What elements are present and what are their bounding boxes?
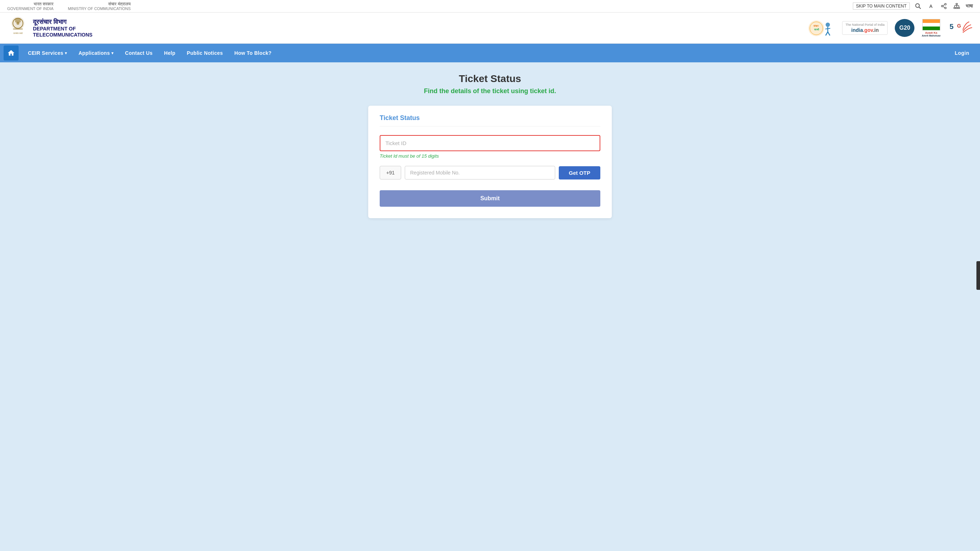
partner-logos: संचार साथी The National Portal of India … [806, 19, 973, 37]
logo-text: दूरसंचार विभाग DEPARTMENT OF TELECOMMUNI… [33, 18, 92, 38]
nav-contact-us[interactable]: Contact Us [119, 44, 158, 62]
svg-point-27 [826, 22, 830, 27]
dept-en-line2: TELECOMMUNICATIONS [33, 32, 92, 38]
sitemap-icon[interactable] [953, 2, 961, 10]
share-icon[interactable] [940, 2, 948, 10]
ticket-id-input[interactable] [380, 135, 600, 151]
svg-rect-20 [15, 18, 21, 22]
svg-rect-21 [13, 28, 23, 30]
page-subtitle: Find the details of the ticket using tic… [7, 88, 973, 95]
search-icon[interactable] [914, 2, 922, 10]
ashoka-emblem: सत्यमेव जयते [7, 15, 29, 40]
svg-point-4 [945, 7, 946, 9]
nav-applications[interactable]: Applications ▾ [73, 44, 119, 62]
bhasha-button[interactable]: भाषा [966, 3, 973, 9]
form-card-title: Ticket Status [380, 114, 600, 126]
gov-india-hindi: भारत सरकार [7, 2, 53, 6]
login-button[interactable]: Login [947, 44, 977, 62]
nav-how-to-block[interactable]: How to block? [229, 44, 277, 62]
gov-india-en: GOVERNMENT OF INDIA [7, 6, 53, 11]
nav-help[interactable]: Help [158, 44, 181, 62]
font-size-icon[interactable]: A [927, 2, 935, 10]
svg-rect-8 [954, 8, 956, 9]
svg-line-1 [919, 7, 921, 9]
mobile-otp-group: +91 Get OTP [380, 166, 600, 180]
nav-ceir-services[interactable]: CEIR Services ▾ [22, 44, 73, 62]
chevron-down-icon: ▾ [65, 51, 67, 56]
svg-rect-10 [958, 8, 960, 9]
svg-line-30 [826, 32, 828, 35]
skip-to-main-content-link[interactable]: SKIP TO MAIN CONTENT [853, 3, 910, 10]
svg-line-5 [943, 6, 945, 8]
main-nav: CEIR Services ▾ Applications ▾ Contact U… [0, 44, 980, 62]
sanchar-saathi-logo: संचार साथी [806, 19, 835, 37]
svg-line-29 [825, 28, 830, 29]
get-otp-button[interactable]: Get OTP [559, 166, 600, 180]
nav-items-list: CEIR Services ▾ Applications ▾ Contact U… [22, 44, 947, 62]
main-content: Ticket Status Find the details of the ti… [0, 62, 980, 551]
svg-point-2 [945, 3, 946, 5]
country-code-display: +91 [380, 166, 401, 180]
svg-point-3 [941, 5, 943, 7]
logo-area: सत्यमेव जयते दूरसंचार विभाग DEPARTMENT O… [7, 15, 92, 40]
ticket-id-field-group: Ticket Id must be of 15 digits [380, 135, 600, 159]
svg-line-31 [828, 32, 830, 35]
svg-rect-9 [956, 8, 958, 9]
dept-en-line1: DEPARTMENT OF [33, 26, 92, 32]
svg-text:सत्यमेव जयते: सत्यमेव जयते [13, 32, 23, 34]
home-nav-button[interactable] [3, 46, 19, 61]
chevron-down-icon: ▾ [111, 51, 113, 56]
svg-text:संचार: संचार [813, 24, 819, 27]
dept-hindi-name: दूरसंचार विभाग [33, 18, 92, 26]
nav-public-notices[interactable]: Public Notices [181, 44, 229, 62]
svg-rect-7 [956, 3, 958, 5]
ticket-status-card: Ticket Status Ticket Id must be of 15 di… [368, 106, 612, 218]
header: सत्यमेव जयते दूरसंचार विभाग DEPARTMENT O… [0, 13, 980, 44]
top-utility-bar: भारत सरकार GOVERNMENT OF INDIA संचार मंत… [0, 0, 980, 13]
page-title: Ticket Status [7, 73, 973, 84]
g20-logo: G20 [895, 19, 915, 37]
mobile-number-input[interactable] [405, 166, 555, 180]
submit-button[interactable]: Submit [380, 190, 600, 207]
india-gov-logo: The National Portal of India india.gov.i… [842, 21, 888, 35]
ticket-id-error-message: Ticket Id must be of 15 digits [380, 153, 600, 159]
ministry-hindi: संचार मंत्रालय [68, 2, 130, 6]
5g-logo: 5 G [948, 19, 973, 37]
azadi-amrit-logo: Azadi Ka Amrit Mahotsav [922, 19, 940, 37]
svg-point-0 [916, 3, 920, 8]
svg-text:5: 5 [950, 22, 953, 30]
ministry-en: MINISTRY OF COMMUNICATIONS [68, 6, 130, 11]
svg-line-6 [943, 5, 945, 6]
scrollbar-indicator [977, 261, 980, 290]
svg-text:G: G [957, 23, 961, 29]
svg-text:साथी: साथी [814, 28, 819, 31]
